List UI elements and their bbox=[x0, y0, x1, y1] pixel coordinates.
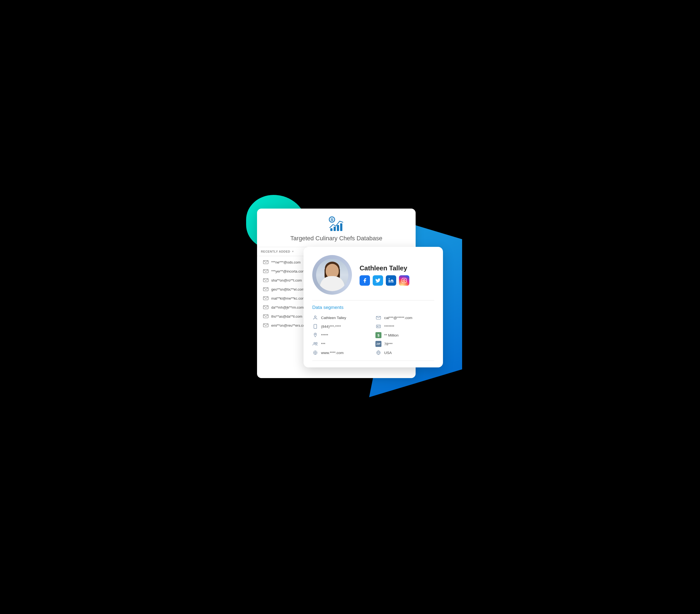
svg-rect-5 bbox=[337, 225, 339, 231]
data-segments-title: Data segments bbox=[312, 305, 434, 310]
profile-name-area: Cathleen Talley bbox=[360, 264, 434, 286]
avatar bbox=[316, 259, 348, 291]
avatar-ring bbox=[312, 255, 352, 295]
data-item-email: cat***@*****.com bbox=[375, 315, 434, 321]
svg-point-24 bbox=[377, 326, 378, 327]
data-item-revenue: $ ** Million bbox=[375, 332, 434, 338]
web-icon bbox=[312, 350, 318, 356]
svg-rect-6 bbox=[340, 223, 342, 231]
phone-icon bbox=[312, 323, 318, 329]
svg-rect-17 bbox=[402, 278, 407, 283]
group-icon bbox=[312, 341, 318, 347]
data-item-employees: *** bbox=[312, 341, 371, 347]
data-grid: Cathleen Talley cat***@*****.com (844)**… bbox=[312, 315, 434, 356]
dollar-icon: $ bbox=[375, 332, 382, 338]
data-item-id: ******* bbox=[375, 323, 434, 329]
location-icon bbox=[312, 332, 318, 338]
chevron-down-icon: ▼ bbox=[292, 250, 294, 253]
svg-point-29 bbox=[316, 342, 317, 344]
profile-top: Cathleen Talley bbox=[312, 255, 434, 295]
email-icon bbox=[263, 287, 268, 291]
instagram-icon[interactable] bbox=[399, 275, 409, 286]
zip-icon: ZIP bbox=[375, 341, 382, 347]
twitter-icon[interactable] bbox=[373, 275, 383, 286]
facebook-icon[interactable] bbox=[360, 275, 370, 286]
person-icon bbox=[312, 315, 318, 321]
data-item-zip: ZIP 78*** bbox=[375, 341, 434, 347]
filter-recently-added[interactable]: RECENTLY ADDED ▼ bbox=[257, 247, 310, 256]
email-icon bbox=[263, 305, 268, 309]
email-icon bbox=[263, 323, 268, 327]
logo-icon: $ bbox=[328, 216, 345, 233]
data-item-phone: (844)***-**** bbox=[312, 323, 371, 329]
email-icon bbox=[263, 278, 268, 282]
svg-rect-15 bbox=[389, 280, 390, 283]
data-item-location: ***** bbox=[312, 332, 371, 338]
data-item-country: USA bbox=[375, 350, 434, 356]
svg-rect-4 bbox=[334, 227, 336, 231]
table-card-header: $ Targeted Culinary Chefs Database bbox=[257, 209, 416, 247]
svg-point-28 bbox=[314, 342, 315, 344]
svg-point-19 bbox=[314, 316, 316, 317]
social-icons bbox=[360, 275, 434, 286]
svg-rect-3 bbox=[330, 228, 333, 231]
svg-point-16 bbox=[389, 278, 390, 279]
profile-name: Cathleen Talley bbox=[360, 264, 434, 272]
person-image bbox=[316, 259, 348, 291]
body-shape bbox=[320, 276, 345, 291]
filter-recently-added-label: RECENTLY ADDED bbox=[261, 250, 290, 253]
email-icon bbox=[263, 314, 268, 318]
divider-bottom bbox=[312, 361, 434, 361]
table-title: Targeted Culinary Chefs Database bbox=[265, 235, 408, 242]
globe-icon bbox=[375, 350, 382, 356]
data-item-website: www.****.com bbox=[312, 350, 371, 356]
svg-point-27 bbox=[315, 334, 316, 335]
scene: $ Targeted Culinary Chefs Database RECEN… bbox=[246, 195, 454, 419]
email-icon bbox=[375, 315, 382, 321]
id-icon bbox=[375, 323, 382, 329]
data-item-name: Cathleen Talley bbox=[312, 315, 371, 321]
email-icon bbox=[263, 260, 268, 264]
email-icon bbox=[263, 296, 268, 300]
linkedin-icon[interactable] bbox=[386, 275, 396, 286]
email-icon bbox=[263, 269, 268, 273]
profile-card: Cathleen Talley Dat bbox=[303, 247, 443, 367]
svg-text:$: $ bbox=[331, 218, 333, 222]
